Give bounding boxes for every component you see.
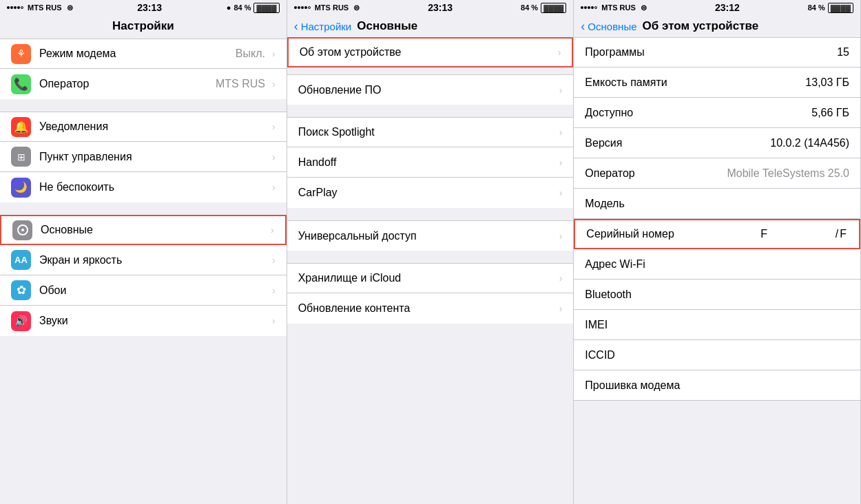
list-item-wallpaper[interactable]: ✿ Обои ›	[0, 275, 287, 306]
list-item-carplay[interactable]: CarPlay ›	[287, 178, 574, 208]
spacer2-5	[287, 324, 574, 336]
section-accessibility: Универсальный доступ ›	[287, 220, 574, 251]
back-label-3: Основные	[588, 21, 636, 32]
status-bar-2: MTS RUS ⊜ 23:13 84 % ▓▓▓▓	[287, 0, 574, 15]
section-notifications: 🔔 Уведомления › ⊞ Пункт управления › 🌙 Н…	[0, 112, 287, 202]
spotlight-label: Поиск Spotlight	[298, 126, 557, 138]
status-bar-3: MTS RUS ⊜ 23:12 84 % ▓▓▓▓	[574, 0, 860, 15]
back-button-2[interactable]: ‹ Настройки	[294, 20, 352, 32]
handoff-label: Handoff	[298, 156, 557, 169]
status-left-2: MTS RUS ⊜	[294, 3, 360, 12]
section-about: Об этом устройстве ›	[287, 37, 574, 67]
page-title-1: Настройки	[112, 19, 174, 32]
info-row-bluetooth: Bluetooth	[574, 280, 860, 310]
general-chevron: ›	[271, 224, 274, 235]
list-item-spotlight[interactable]: Поиск Spotlight ›	[287, 117, 574, 147]
battery-block-3: ▓▓▓▓	[828, 3, 853, 13]
back-chevron-2: ‹	[294, 20, 298, 32]
time-3: 23:12	[715, 2, 740, 13]
imei-label: IMEI	[585, 319, 667, 331]
model-label: Модель	[585, 198, 667, 210]
nav-header-1: Настройки	[0, 15, 287, 39]
back-button-3[interactable]: ‹ Основные	[581, 20, 636, 32]
carrier-1: MTS RUS	[28, 3, 62, 12]
list-item-dnd[interactable]: 🌙 Не беспокоить ›	[0, 172, 287, 202]
nav-back-row-2: ‹ Настройки Основные	[287, 15, 574, 37]
list-item-display[interactable]: AA Экран и яркость ›	[0, 245, 287, 275]
carrier-2: MTS RUS	[315, 3, 349, 12]
carrier-3: MTS RUS	[601, 3, 636, 12]
settings-list-3[interactable]: Программы 15 Емкость памяти 13,03 ГБ Дос…	[574, 37, 860, 504]
info-row-operator: Оператор Mobile TeleSystems 25.0	[574, 158, 860, 189]
modem-label: Режим модема	[39, 48, 236, 60]
section-modem: ⚘ Режим модема Выкл. › 📞 Оператор MTS RU…	[0, 39, 287, 99]
list-item-about[interactable]: Об этом устройстве ›	[287, 37, 574, 67]
wallpaper-icon: ✿	[11, 280, 31, 300]
control-center-chevron: ›	[272, 151, 276, 162]
info-row-model: Модель	[574, 189, 860, 219]
list-item-operator[interactable]: 📞 Оператор MTS RUS ›	[0, 69, 287, 99]
list-item-handoff[interactable]: Handoff ›	[287, 147, 574, 178]
wifi-icon-1: ⊜	[67, 3, 73, 12]
status-bar-1: MTS RUS ⊜ 23:13 ● 84 % ▓▓▓▓	[0, 0, 287, 15]
list-item-general[interactable]: Основные ›	[0, 215, 287, 245]
update-label: Обновление ПО	[298, 84, 557, 96]
about-chevron: ›	[558, 47, 561, 58]
spacer-2	[0, 202, 287, 215]
status-right-2: 84 % ▓▓▓▓	[521, 3, 566, 13]
list-item-accessibility[interactable]: Универсальный доступ ›	[287, 220, 574, 251]
modem-fw-label: Прошивка модема	[585, 379, 680, 392]
operator-label: Оператор	[39, 78, 216, 90]
list-item-update[interactable]: Обновление ПО ›	[287, 74, 574, 105]
list-item-content-update[interactable]: Обновление контента ›	[287, 293, 574, 324]
modem-value: Выкл.	[236, 48, 265, 60]
list-item-sounds[interactable]: 🔊 Звуки ›	[0, 306, 287, 336]
info-row-wifi: Адрес Wi-Fi	[574, 249, 860, 280]
spacer-3	[0, 336, 287, 348]
general-icon	[12, 220, 32, 240]
op-label: Оператор	[585, 167, 667, 180]
settings-list-2[interactable]: Об этом устройстве › Обновление ПО › Пои…	[287, 37, 574, 504]
list-item-notifications[interactable]: 🔔 Уведомления ›	[0, 112, 287, 142]
notifications-icon: 🔔	[11, 117, 31, 137]
modem-icon: ⚘	[11, 44, 31, 64]
wifi-label: Адрес Wi-Fi	[585, 258, 667, 271]
sounds-icon: 🔊	[11, 311, 31, 331]
info-row-available: Доступно 5,66 ГБ	[574, 98, 860, 128]
signal-dots-1	[7, 6, 23, 9]
handoff-chevron: ›	[559, 157, 563, 168]
storage-chevron: ›	[559, 273, 563, 284]
svg-point-1	[21, 229, 24, 231]
dot2-4	[304, 6, 307, 9]
list-item-modem[interactable]: ⚘ Режим модема Выкл. ›	[0, 39, 287, 69]
version-label: Версия	[585, 137, 667, 149]
settings-list-1[interactable]: ⚘ Режим модема Выкл. › 📞 Оператор MTS RU…	[0, 39, 287, 504]
dot5	[21, 6, 23, 9]
battery-text-2: 84 %	[521, 3, 538, 12]
info-row-serial: Серийный номер F /F	[574, 219, 860, 249]
notifications-label: Уведомления	[39, 120, 269, 133]
apps-label: Программы	[585, 46, 667, 59]
panel-settings: MTS RUS ⊜ 23:13 ● 84 % ▓▓▓▓ Настройки ⚘ …	[0, 0, 287, 504]
back-label-2: Настройки	[301, 21, 352, 32]
version-value: 10.0.2 (14A456)	[770, 137, 849, 149]
dot2-2	[298, 6, 300, 9]
dot3-5	[594, 6, 597, 9]
dot1	[7, 6, 10, 9]
section-storage: Хранилище и iCloud › Обновление контента…	[287, 263, 574, 324]
list-item-control-center[interactable]: ⊞ Пункт управления ›	[0, 142, 287, 172]
storage-label: Хранилище и iCloud	[298, 272, 557, 284]
list-item-storage[interactable]: Хранилище и iCloud ›	[287, 263, 574, 293]
dnd-chevron: ›	[272, 182, 276, 193]
dot2	[10, 6, 13, 9]
available-value: 5,66 ГБ	[811, 107, 849, 119]
carplay-chevron: ›	[559, 187, 563, 198]
panel-general: MTS RUS ⊜ 23:13 84 % ▓▓▓▓ ‹ Настройки Ос…	[287, 0, 574, 504]
display-label: Экран и яркость	[39, 254, 269, 266]
display-chevron: ›	[272, 255, 276, 266]
spacer2-3	[287, 208, 574, 220]
modem-chevron: ›	[272, 48, 276, 59]
signal-dots-3	[581, 6, 597, 9]
sounds-chevron: ›	[272, 315, 276, 326]
operator-chevron: ›	[272, 78, 276, 90]
